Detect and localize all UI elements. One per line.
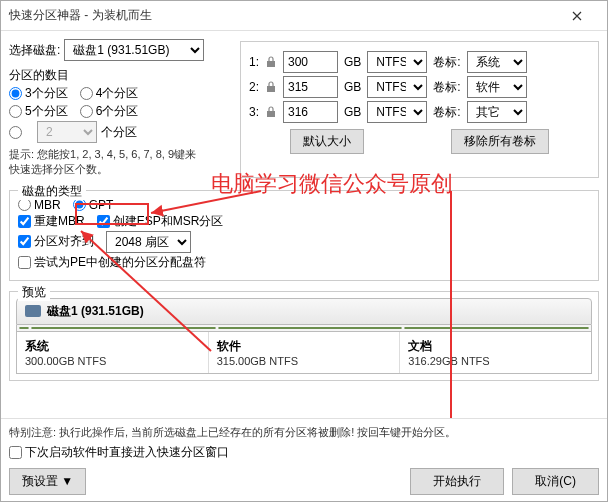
- partition-count-label: 分区的数目: [9, 67, 234, 84]
- radio-gpt[interactable]: GPT: [73, 198, 114, 212]
- preview-fieldset: 预览 磁盘1 (931.51GB) 系统 300.00GB NTFS 软件 31…: [9, 291, 599, 381]
- partition-info-1: 系统 300.00GB NTFS: [17, 332, 209, 373]
- filesystem-select[interactable]: NTFS: [367, 51, 427, 73]
- custom-count-select[interactable]: 2: [37, 121, 97, 143]
- svg-rect-0: [267, 61, 275, 67]
- checkbox-create-esp-msr[interactable]: 创建ESP和MSR分区: [97, 213, 224, 230]
- close-button[interactable]: [554, 2, 599, 30]
- volume-select[interactable]: 系统: [467, 51, 527, 73]
- partitions-bar: [16, 325, 592, 332]
- checkbox-align[interactable]: 分区对齐到: [18, 233, 94, 250]
- partition-row: 2:GBNTFS卷标:软件: [249, 76, 590, 98]
- remove-all-volumes-button[interactable]: 移除所有卷标: [451, 129, 549, 154]
- partition-index: 2:: [249, 80, 259, 94]
- partition-name: 系统: [25, 338, 200, 355]
- mbr-esp-row: 重建MBR 创建ESP和MSR分区: [18, 213, 590, 230]
- partition-size: 315.00GB NTFS: [217, 355, 392, 367]
- partition-table-panel: 1:GBNTFS卷标:系统2:GBNTFS卷标:软件3:GBNTFS卷标:其它 …: [240, 41, 599, 178]
- left-panel: 选择磁盘: 磁盘1 (931.51GB) 分区的数目 3个分区 4个分区 5个分…: [9, 35, 234, 178]
- unit-label: GB: [344, 80, 361, 94]
- select-disk-label: 选择磁盘:: [9, 42, 60, 59]
- filesystem-select[interactable]: NTFS: [367, 101, 427, 123]
- checkbox-rebuild-mbr[interactable]: 重建MBR: [18, 213, 85, 230]
- volume-label-text: 卷标:: [433, 104, 460, 121]
- radio-6-partitions[interactable]: 6个分区: [80, 103, 139, 120]
- lock-icon: [265, 106, 277, 118]
- partition-info-row: 系统 300.00GB NTFS 软件 315.00GB NTFS 文档 316…: [16, 332, 592, 374]
- partition-size: 316.29GB NTFS: [408, 355, 583, 367]
- disk-select[interactable]: 磁盘1 (931.51GB): [64, 39, 204, 61]
- radio-4-partitions[interactable]: 4个分区: [80, 85, 139, 102]
- preview-legend: 预览: [18, 284, 50, 301]
- dropdown-arrow-icon: ▼: [61, 474, 73, 488]
- partition-name: 文档: [408, 338, 583, 355]
- volume-label-text: 卷标:: [433, 79, 460, 96]
- titlebar: 快速分区神器 - 为装机而生: [1, 1, 607, 31]
- custom-suffix: 个分区: [101, 124, 137, 141]
- checkbox-next-direct[interactable]: 下次启动软件时直接进入快速分区窗口: [9, 444, 229, 461]
- close-icon: [572, 11, 582, 21]
- partition-row: 3:GBNTFS卷标:其它: [249, 101, 590, 123]
- unit-label: GB: [344, 55, 361, 69]
- partition-count-custom-row: 2 个分区: [9, 121, 234, 143]
- cancel-button[interactable]: 取消(C): [512, 468, 599, 495]
- bottom-bar: 特别注意: 执行此操作后, 当前所选磁盘上已经存在的所有分区将被删除! 按回车键…: [1, 418, 607, 501]
- svg-rect-2: [267, 111, 275, 117]
- radio-custom-partitions[interactable]: [9, 126, 25, 139]
- size-input[interactable]: [283, 101, 338, 123]
- partition-block-1: [31, 327, 216, 329]
- radio-mbr[interactable]: MBR: [18, 198, 61, 212]
- lock-icon: [265, 81, 277, 93]
- volume-label-text: 卷标:: [433, 54, 460, 71]
- button-row: 预设置 ▼ 开始执行 取消(C): [9, 468, 599, 495]
- window-root: 快速分区神器 - 为装机而生 选择磁盘: 磁盘1 (931.51GB) 分区的数…: [0, 0, 608, 502]
- lock-icon: [265, 56, 277, 68]
- checkbox-pe-assign[interactable]: 尝试为PE中创建的分区分配盘符: [18, 254, 206, 271]
- partition-index: 1:: [249, 55, 259, 69]
- content-area: 选择磁盘: 磁盘1 (931.51GB) 分区的数目 3个分区 4个分区 5个分…: [1, 31, 607, 418]
- volume-select[interactable]: 软件: [467, 76, 527, 98]
- preset-button[interactable]: 预设置 ▼: [9, 468, 86, 495]
- partition-index: 3:: [249, 105, 259, 119]
- size-input[interactable]: [283, 51, 338, 73]
- filesystem-select[interactable]: NTFS: [367, 76, 427, 98]
- disk-icon: [25, 305, 41, 317]
- preview-disk-name: 磁盘1 (931.51GB): [47, 303, 144, 320]
- disk-type-row: MBR GPT: [18, 198, 590, 212]
- svg-rect-1: [267, 86, 275, 92]
- partition-name: 软件: [217, 338, 392, 355]
- disk-select-row: 选择磁盘: 磁盘1 (931.51GB): [9, 39, 234, 61]
- pe-row: 尝试为PE中创建的分区分配盘符: [18, 254, 590, 271]
- align-select[interactable]: 2048 扇区: [106, 231, 191, 253]
- partition-block-2: [218, 327, 403, 329]
- size-input[interactable]: [283, 76, 338, 98]
- partition-size: 300.00GB NTFS: [25, 355, 200, 367]
- warning-text: 特别注意: 执行此操作后, 当前所选磁盘上已经存在的所有分区将被删除! 按回车键…: [9, 425, 599, 440]
- action-buttons: 开始执行 取消(C): [410, 468, 599, 495]
- partition-buttons-row: 默认大小 移除所有卷标: [249, 129, 590, 154]
- hint-text: 提示: 您能按1, 2, 3, 4, 5, 6, 7, 8, 9键来 快速选择分…: [9, 147, 234, 178]
- partition-block-3: [404, 327, 589, 329]
- esp-block: [19, 327, 29, 329]
- disk-type-fieldset: 磁盘的类型 MBR GPT 重建MBR 创建ESP和MSR分区 分区对齐到 20…: [9, 190, 599, 281]
- default-size-button[interactable]: 默认大小: [290, 129, 364, 154]
- start-button[interactable]: 开始执行: [410, 468, 504, 495]
- partition-info-3: 文档 316.29GB NTFS: [400, 332, 591, 373]
- partition-row: 1:GBNTFS卷标:系统: [249, 51, 590, 73]
- partition-count-row2: 5个分区 6个分区: [9, 103, 234, 120]
- disk-type-legend: 磁盘的类型: [18, 183, 86, 200]
- partition-info-2: 软件 315.00GB NTFS: [209, 332, 401, 373]
- volume-select[interactable]: 其它: [467, 101, 527, 123]
- radio-3-partitions[interactable]: 3个分区: [9, 85, 68, 102]
- align-row: 分区对齐到 2048 扇区: [18, 231, 590, 253]
- preview-disk-header: 磁盘1 (931.51GB): [16, 298, 592, 325]
- window-title: 快速分区神器 - 为装机而生: [9, 7, 554, 24]
- top-row: 选择磁盘: 磁盘1 (931.51GB) 分区的数目 3个分区 4个分区 5个分…: [9, 35, 599, 178]
- radio-5-partitions[interactable]: 5个分区: [9, 103, 68, 120]
- partition-count-row1: 3个分区 4个分区: [9, 85, 234, 102]
- unit-label: GB: [344, 105, 361, 119]
